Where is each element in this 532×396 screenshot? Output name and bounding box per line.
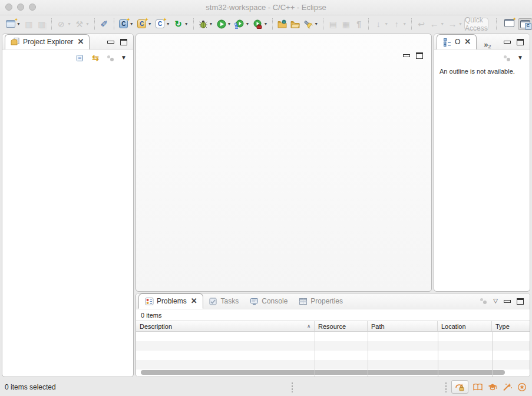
tab-console[interactable]: Console xyxy=(244,293,293,309)
column-header-resource[interactable]: Resource xyxy=(315,321,368,331)
close-icon[interactable]: ✕ xyxy=(464,38,471,45)
new-c-file-button[interactable]: C✦▼ xyxy=(154,17,172,31)
quick-access-input[interactable]: Quick Access xyxy=(464,18,488,30)
dropdown-arrow-icon[interactable]: ▼ xyxy=(263,22,267,26)
new-c-source-folder-icon: C✦ xyxy=(137,19,147,29)
build-all-button[interactable]: ↻▼ xyxy=(172,17,190,31)
profile-icon xyxy=(234,19,244,29)
open-perspective-button[interactable]: ✦ xyxy=(504,19,514,29)
open-resource-icon xyxy=(290,19,300,29)
maximize-editor-icon[interactable] xyxy=(416,52,423,59)
dropdown-arrow-icon[interactable]: ▼ xyxy=(227,22,232,26)
horizontal-scrollbar[interactable] xyxy=(141,370,505,375)
run-icon xyxy=(217,19,226,29)
cpp-perspective-button[interactable]: C xyxy=(518,18,532,30)
show-whitespace-icon: ¶ xyxy=(354,19,364,29)
debug-button[interactable]: ▼ xyxy=(197,17,215,31)
link-with-editor-button: ▤ xyxy=(326,17,339,31)
dropdown-arrow-icon: ▼ xyxy=(67,22,71,26)
column-header-description[interactable]: Description∧ xyxy=(136,321,315,331)
zoom-window-button[interactable] xyxy=(29,4,36,11)
search-button[interactable]: ▼ xyxy=(302,17,320,31)
new-c-source-folder-button[interactable]: C✦▼ xyxy=(136,17,154,31)
minimize-window-button[interactable] xyxy=(17,4,24,11)
column-header-type[interactable]: Type xyxy=(492,321,530,331)
maximize-view-icon[interactable] xyxy=(120,38,127,45)
dropdown-arrow-icon[interactable]: ▼ xyxy=(184,22,189,26)
tab-tasks[interactable]: Tasks xyxy=(203,293,244,309)
editor-area xyxy=(136,34,432,292)
filters-icon xyxy=(503,54,511,62)
toolbar-separator xyxy=(411,18,412,30)
toolbar-separator xyxy=(272,18,273,30)
tab-label: Console xyxy=(262,297,288,305)
debug-icon xyxy=(199,19,208,29)
mark-occurrences-button[interactable]: ✐ xyxy=(98,17,111,31)
graduation-cap-icon[interactable] xyxy=(487,382,498,392)
map-icon[interactable] xyxy=(472,382,483,392)
view-menu-icon[interactable]: ▼ xyxy=(121,55,127,61)
star-badge-icon[interactable] xyxy=(517,382,527,392)
new-c-project-button[interactable]: C✦▼ xyxy=(117,17,136,31)
open-resource-button[interactable] xyxy=(289,17,302,31)
minimize-view-icon[interactable] xyxy=(504,298,511,305)
build-button: ⚒▼ xyxy=(73,17,91,31)
close-icon[interactable]: ✕ xyxy=(191,298,197,305)
maximize-view-icon[interactable] xyxy=(517,298,524,305)
status-bar: 0 items selected xyxy=(0,378,532,396)
tab-problems[interactable]: Problems✕ xyxy=(138,293,203,309)
bottom-tabstrip: Problems✕TasksConsoleProperties▽ xyxy=(136,293,530,309)
project-explorer-panel: Project Explorer ✕ ⇆ ▼ xyxy=(2,34,134,377)
dropdown-arrow-icon[interactable]: ▼ xyxy=(16,22,21,26)
magic-wand-icon[interactable] xyxy=(502,382,513,392)
external-tools-icon xyxy=(253,19,262,29)
column-header-location[interactable]: Location xyxy=(438,321,492,331)
collapse-all-icon[interactable] xyxy=(75,53,84,62)
minimize-view-icon[interactable] xyxy=(107,38,114,45)
view-menu-icon[interactable]: ▽ xyxy=(493,298,498,304)
tab-project-explorer[interactable]: Project Explorer ✕ xyxy=(5,34,90,50)
dropdown-arrow-icon[interactable]: ▼ xyxy=(166,22,170,26)
outline-toolbar: ▼ xyxy=(434,50,530,65)
profile-button[interactable]: ▼ xyxy=(233,17,251,31)
dropdown-arrow-icon[interactable]: ▼ xyxy=(245,22,249,26)
dropdown-arrow-icon: ▼ xyxy=(85,22,90,26)
show-source-button: ▦ xyxy=(339,17,352,31)
new-wizard-button[interactable]: ✦▼ xyxy=(4,17,22,31)
open-element-button[interactable] xyxy=(276,17,289,31)
project-explorer-tabstrip: Project Explorer ✕ xyxy=(2,34,133,50)
tab-label: Problems xyxy=(157,297,187,305)
maximize-view-icon[interactable] xyxy=(517,38,524,45)
link-with-editor-icon[interactable]: ⇆ xyxy=(91,53,100,62)
dropdown-arrow-icon[interactable]: ▼ xyxy=(130,22,134,26)
outline-icon xyxy=(442,37,452,47)
column-label: Resource xyxy=(318,323,346,330)
sort-ascending-icon: ∧ xyxy=(307,324,310,329)
outline-tabstrip: O ✕ »2 xyxy=(434,34,530,50)
previous-annotation-icon: ↑ xyxy=(392,19,401,29)
lock-arrow-icon[interactable] xyxy=(451,380,468,394)
trim-drag-handle xyxy=(445,382,447,392)
minimize-view-icon[interactable] xyxy=(504,38,511,45)
tab-properties[interactable]: Properties xyxy=(293,293,348,309)
traffic-lights xyxy=(5,4,36,11)
forward-button: →▼ xyxy=(446,17,464,31)
view-menu-icon[interactable]: ▼ xyxy=(517,55,523,61)
dropdown-arrow-icon: ▼ xyxy=(402,22,407,26)
show-whitespace-button: ¶ xyxy=(352,17,365,31)
tab-outline[interactable]: O ✕ xyxy=(437,34,477,50)
close-window-button[interactable] xyxy=(5,4,12,11)
more-views-indicator[interactable]: »2 xyxy=(484,40,491,50)
run-button[interactable]: ▼ xyxy=(215,17,233,31)
external-tools-button[interactable]: ▼ xyxy=(251,17,269,31)
dropdown-arrow-icon[interactable]: ▼ xyxy=(209,22,213,26)
dropdown-arrow-icon[interactable]: ▼ xyxy=(148,22,152,26)
build-icon: ⚒ xyxy=(75,19,84,29)
items-count: 0 items xyxy=(136,309,530,321)
toolbar-separator xyxy=(368,18,369,30)
save-icon: ▥ xyxy=(24,19,34,29)
dropdown-arrow-icon[interactable]: ▼ xyxy=(314,22,318,26)
column-header-path[interactable]: Path xyxy=(368,321,438,331)
minimize-editor-icon[interactable] xyxy=(403,52,410,59)
close-icon[interactable]: ✕ xyxy=(77,38,84,45)
